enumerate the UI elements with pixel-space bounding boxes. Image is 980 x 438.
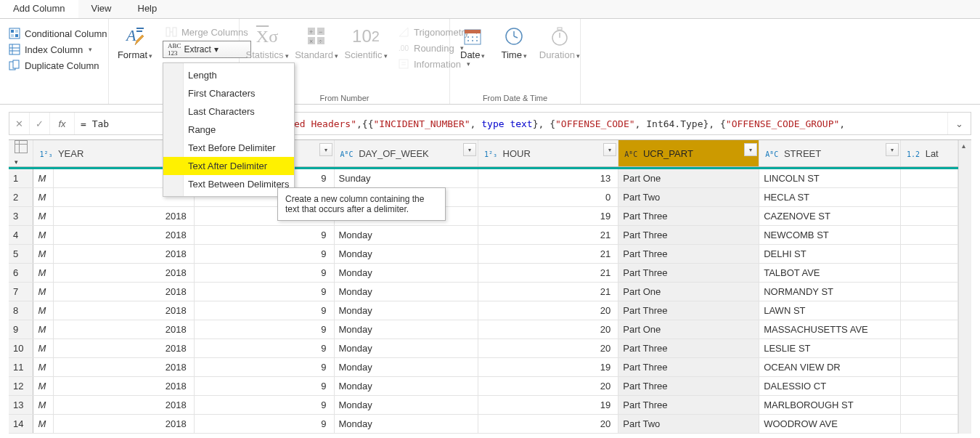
cell-day: Monday bbox=[334, 377, 478, 396]
extract-button[interactable]: ABC123 Extract ▾ bbox=[163, 41, 251, 58]
cell-hour: 20 bbox=[478, 320, 618, 339]
cell-hour: 21 bbox=[478, 226, 618, 245]
table-row[interactable]: 9M20189Monday20Part OneMASSACHUSETTS AVE bbox=[9, 320, 958, 339]
table-row[interactable]: 12M20189Monday20Part ThreeDALESSIO CT bbox=[9, 377, 958, 396]
col-header-street[interactable]: AᴮC STREET ▾ bbox=[759, 140, 901, 167]
col-header-ucr-part[interactable]: AᴮC UCR_PART ▾ bbox=[618, 140, 759, 167]
formula-expand-button[interactable]: ⌄ bbox=[947, 113, 971, 134]
scientific-button[interactable]: 102 Scientific bbox=[344, 22, 388, 63]
tooltip-text-after-delimiter: Create a new column containing the text … bbox=[277, 187, 446, 221]
dd-range[interactable]: Range bbox=[163, 121, 294, 139]
table-row[interactable]: 11M20189Monday19Part ThreeOCEAN VIEW DR bbox=[9, 358, 958, 377]
standard-button[interactable]: +−×÷ Standard bbox=[296, 22, 337, 63]
merge-columns-icon bbox=[166, 26, 177, 38]
cell-year: 2018 bbox=[54, 358, 194, 377]
svg-text:A: A bbox=[125, 26, 136, 44]
col-header-street-label: STREET bbox=[784, 148, 821, 159]
type-decimal-icon: 1.2 bbox=[907, 150, 920, 158]
svg-text:−: − bbox=[319, 28, 322, 36]
table-row[interactable]: 3M201819Part ThreeCAZENOVE ST bbox=[9, 207, 958, 226]
formula-seg-text: text bbox=[510, 118, 532, 129]
dd-first-characters[interactable]: First Characters bbox=[163, 84, 294, 102]
dd-length[interactable]: Length bbox=[163, 66, 294, 84]
chevron-down-icon: ▾ bbox=[214, 44, 219, 54]
col-header-ucr-label: UCR_PART bbox=[643, 148, 693, 159]
time-button[interactable]: Time bbox=[497, 22, 531, 63]
table-row[interactable]: 13M20189Monday19Part ThreeMARLBOROUGH ST bbox=[9, 396, 958, 415]
svg-rect-12 bbox=[166, 28, 170, 36]
cell-m: M bbox=[33, 377, 54, 396]
table-icon bbox=[15, 140, 28, 153]
cell-hour: 21 bbox=[478, 245, 618, 264]
filter-icon[interactable]: ▾ bbox=[319, 143, 332, 156]
table-row[interactable]: 14M20189Monday20Part TwoWOODROW AVE bbox=[9, 415, 958, 434]
cell-m: M bbox=[33, 283, 54, 301]
vertical-scrollbar[interactable] bbox=[958, 140, 971, 434]
col-header-day[interactable]: AᴮC DAY_OF_WEEK ▾ bbox=[334, 140, 478, 167]
row-number: 5 bbox=[9, 245, 33, 264]
conditional-column-button[interactable]: Conditional Column bbox=[6, 26, 102, 41]
cell-day: Monday bbox=[334, 415, 478, 434]
formula-seg-3: "INCIDENT_NUMBER" bbox=[374, 118, 470, 129]
cell-day: Monday bbox=[334, 264, 478, 283]
duplicate-column-button[interactable]: Duplicate Column bbox=[6, 58, 102, 73]
scientific-label: Scientific bbox=[344, 49, 387, 60]
formula-seg-5: }, { bbox=[533, 118, 555, 129]
index-column-label: Index Column bbox=[25, 44, 83, 55]
statistics-button[interactable]: Χσ Statistics bbox=[245, 22, 289, 63]
col-header-lat[interactable]: 1.2 Lat bbox=[900, 140, 957, 167]
index-column-button[interactable]: Index Column bbox=[6, 42, 102, 57]
cell-m: M bbox=[33, 245, 54, 264]
cell-day: Monday bbox=[334, 283, 478, 301]
tab-help[interactable]: Help bbox=[125, 0, 171, 18]
formula-cancel-button[interactable]: ✕ bbox=[9, 113, 30, 134]
table-row[interactable]: 10M20189Monday20Part ThreeLESLIE ST bbox=[9, 339, 958, 358]
clock-icon bbox=[502, 25, 526, 48]
tab-add-column[interactable]: Add Column bbox=[0, 0, 78, 18]
cell-street: MASSACHUSETTS AVE bbox=[759, 320, 901, 339]
dd-text-between-delimiters[interactable]: Text Between Delimiters bbox=[163, 175, 294, 193]
col-header-hour[interactable]: 1²₃ HOUR ▾ bbox=[478, 140, 618, 167]
filter-icon[interactable]: ▾ bbox=[744, 143, 757, 156]
svg-point-31 bbox=[476, 36, 478, 38]
table-row[interactable]: 6M20189Monday21Part ThreeTALBOT AVE bbox=[9, 264, 958, 283]
table-row[interactable]: 4M20189Monday21Part ThreeNEWCOMB ST bbox=[9, 226, 958, 245]
date-button[interactable]: Date bbox=[456, 22, 489, 63]
cell-hour: 19 bbox=[478, 358, 618, 377]
formula-fx-label: fx bbox=[50, 113, 75, 134]
table-corner[interactable]: ▾ bbox=[9, 140, 33, 167]
dd-text-after-delimiter[interactable]: Text After Delimiter bbox=[163, 157, 294, 175]
dd-text-before-delimiter[interactable]: Text Before Delimiter bbox=[163, 139, 294, 157]
cell-hour: 13 bbox=[478, 169, 618, 188]
table-row[interactable]: 8M20189Monday20Part ThreeLAWN ST bbox=[9, 301, 958, 320]
table-row[interactable]: 1M9Sunday13Part OneLINCOLN ST bbox=[9, 169, 958, 188]
table-row[interactable]: 5M20189Monday21Part ThreeDELHI ST bbox=[9, 245, 958, 264]
table-row[interactable]: 2M0Part TwoHECLA ST bbox=[9, 188, 958, 207]
format-button[interactable]: A Format bbox=[115, 22, 155, 63]
cell-month: 9 bbox=[194, 358, 334, 377]
cell-street: NEWCOMB ST bbox=[759, 226, 901, 245]
svg-text:×: × bbox=[309, 38, 313, 45]
cell-ucr: Part One bbox=[618, 320, 759, 339]
cell-day: Monday bbox=[334, 358, 478, 377]
cell-ucr: Part Three bbox=[618, 207, 759, 226]
cell-lat bbox=[900, 339, 957, 358]
cell-lat bbox=[900, 226, 957, 245]
formula-confirm-button[interactable]: ✓ bbox=[30, 113, 50, 134]
row-number: 4 bbox=[9, 226, 33, 245]
dd-last-characters[interactable]: Last Characters bbox=[163, 102, 294, 121]
duration-button[interactable]: Duration bbox=[539, 22, 581, 63]
filter-icon[interactable]: ▾ bbox=[463, 143, 476, 156]
table-row[interactable]: 7M20189Monday21Part OneNORMANDY ST bbox=[9, 283, 958, 301]
cell-month: 9 bbox=[194, 377, 334, 396]
cell-ucr: Part Three bbox=[618, 264, 759, 283]
svg-rect-2 bbox=[15, 30, 18, 33]
svg-rect-1 bbox=[11, 30, 14, 33]
cell-m: M bbox=[33, 264, 54, 283]
cell-m: M bbox=[33, 415, 54, 434]
col-header-day-label: DAY_OF_WEEK bbox=[359, 148, 429, 159]
tab-view[interactable]: View bbox=[78, 0, 125, 18]
row-number: 2 bbox=[9, 188, 33, 207]
filter-icon[interactable]: ▾ bbox=[603, 143, 616, 156]
filter-icon[interactable]: ▾ bbox=[886, 143, 899, 156]
